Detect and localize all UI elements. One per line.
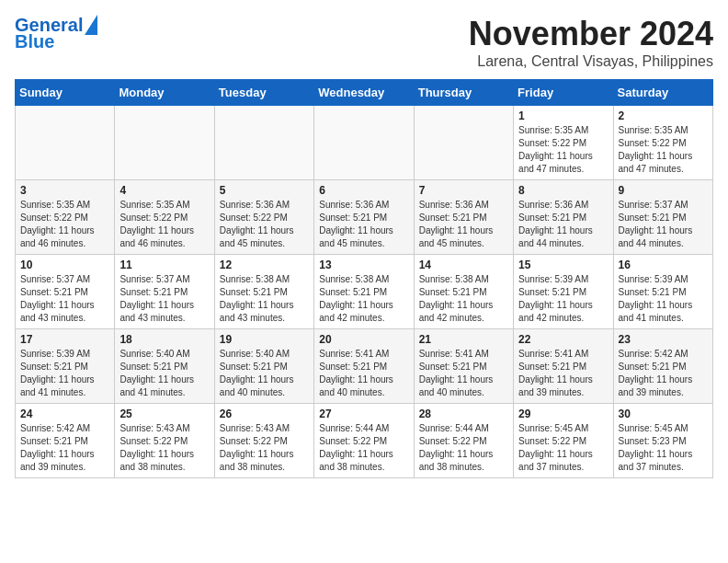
logo-icon <box>85 15 97 35</box>
calendar-day-6: 6Sunrise: 5:36 AM Sunset: 5:21 PM Daylig… <box>314 180 414 255</box>
calendar-day-19: 19Sunrise: 5:40 AM Sunset: 5:21 PM Dayli… <box>214 329 313 404</box>
day-number: 20 <box>319 333 408 346</box>
day-info: Sunrise: 5:36 AM Sunset: 5:21 PM Dayligh… <box>419 199 508 250</box>
day-number: 25 <box>119 408 209 420</box>
weekday-header-sunday: Sunday <box>16 80 115 106</box>
calendar-day-11: 11Sunrise: 5:37 AM Sunset: 5:21 PM Dayli… <box>115 255 214 329</box>
day-number: 9 <box>619 184 708 197</box>
day-info: Sunrise: 5:45 AM Sunset: 5:22 PM Dayligh… <box>518 422 608 474</box>
day-number: 21 <box>419 333 508 346</box>
calendar-day-24: 24Sunrise: 5:42 AM Sunset: 5:21 PM Dayli… <box>16 404 115 478</box>
calendar-day-12: 12Sunrise: 5:38 AM Sunset: 5:21 PM Dayli… <box>214 255 313 329</box>
calendar-empty-cell <box>414 106 513 180</box>
day-number: 23 <box>619 333 708 346</box>
day-info: Sunrise: 5:36 AM Sunset: 5:21 PM Dayligh… <box>518 199 608 250</box>
calendar-day-5: 5Sunrise: 5:36 AM Sunset: 5:22 PM Daylig… <box>214 180 313 255</box>
day-number: 7 <box>419 184 508 197</box>
day-info: Sunrise: 5:43 AM Sunset: 5:22 PM Dayligh… <box>119 422 209 474</box>
calendar-empty-cell <box>314 106 414 180</box>
calendar-day-15: 15Sunrise: 5:39 AM Sunset: 5:21 PM Dayli… <box>514 255 613 329</box>
calendar-day-2: 2Sunrise: 5:35 AM Sunset: 5:22 PM Daylig… <box>613 106 712 180</box>
day-info: Sunrise: 5:35 AM Sunset: 5:22 PM Dayligh… <box>20 199 109 250</box>
calendar-header-row: SundayMondayTuesdayWednesdayThursdayFrid… <box>16 80 713 106</box>
calendar-day-16: 16Sunrise: 5:39 AM Sunset: 5:21 PM Dayli… <box>613 255 712 329</box>
day-info: Sunrise: 5:43 AM Sunset: 5:22 PM Dayligh… <box>220 422 309 474</box>
day-info: Sunrise: 5:45 AM Sunset: 5:23 PM Dayligh… <box>619 422 708 474</box>
day-number: 17 <box>20 333 109 346</box>
weekday-header-saturday: Saturday <box>613 80 712 106</box>
day-info: Sunrise: 5:44 AM Sunset: 5:22 PM Dayligh… <box>319 422 408 474</box>
day-info: Sunrise: 5:40 AM Sunset: 5:21 PM Dayligh… <box>220 348 309 399</box>
calendar-week-row: 3Sunrise: 5:35 AM Sunset: 5:22 PM Daylig… <box>16 180 713 255</box>
calendar-day-10: 10Sunrise: 5:37 AM Sunset: 5:21 PM Dayli… <box>16 255 115 329</box>
day-number: 29 <box>518 408 608 420</box>
calendar-day-4: 4Sunrise: 5:35 AM Sunset: 5:22 PM Daylig… <box>115 180 214 255</box>
day-number: 11 <box>119 259 209 271</box>
day-info: Sunrise: 5:35 AM Sunset: 5:22 PM Dayligh… <box>619 124 708 176</box>
page-header: General Blue November 2024 Larena, Centr… <box>15 15 713 70</box>
day-info: Sunrise: 5:40 AM Sunset: 5:21 PM Dayligh… <box>119 348 209 399</box>
calendar-day-25: 25Sunrise: 5:43 AM Sunset: 5:22 PM Dayli… <box>115 404 214 478</box>
calendar-day-26: 26Sunrise: 5:43 AM Sunset: 5:22 PM Dayli… <box>214 404 313 478</box>
calendar-day-22: 22Sunrise: 5:41 AM Sunset: 5:21 PM Dayli… <box>514 329 613 404</box>
calendar-week-row: 24Sunrise: 5:42 AM Sunset: 5:21 PM Dayli… <box>16 404 713 478</box>
calendar-day-27: 27Sunrise: 5:44 AM Sunset: 5:22 PM Dayli… <box>314 404 414 478</box>
day-number: 13 <box>319 259 408 271</box>
logo: General Blue <box>15 15 97 52</box>
calendar-day-21: 21Sunrise: 5:41 AM Sunset: 5:21 PM Dayli… <box>414 329 513 404</box>
calendar-day-29: 29Sunrise: 5:45 AM Sunset: 5:22 PM Dayli… <box>514 404 613 478</box>
calendar-day-13: 13Sunrise: 5:38 AM Sunset: 5:21 PM Dayli… <box>314 255 414 329</box>
calendar-week-row: 10Sunrise: 5:37 AM Sunset: 5:21 PM Dayli… <box>16 255 713 329</box>
day-info: Sunrise: 5:41 AM Sunset: 5:21 PM Dayligh… <box>419 348 508 399</box>
calendar-day-23: 23Sunrise: 5:42 AM Sunset: 5:21 PM Dayli… <box>613 329 712 404</box>
calendar-empty-cell <box>115 106 214 180</box>
day-number: 30 <box>619 408 708 420</box>
day-number: 28 <box>419 408 508 420</box>
day-info: Sunrise: 5:41 AM Sunset: 5:21 PM Dayligh… <box>319 348 408 399</box>
weekday-header-thursday: Thursday <box>414 80 513 106</box>
weekday-header-tuesday: Tuesday <box>214 80 313 106</box>
day-info: Sunrise: 5:39 AM Sunset: 5:21 PM Dayligh… <box>518 273 608 325</box>
day-number: 19 <box>220 333 309 346</box>
calendar-day-20: 20Sunrise: 5:41 AM Sunset: 5:21 PM Dayli… <box>314 329 414 404</box>
day-number: 4 <box>119 184 209 197</box>
day-info: Sunrise: 5:35 AM Sunset: 5:22 PM Dayligh… <box>119 199 209 250</box>
calendar-day-28: 28Sunrise: 5:44 AM Sunset: 5:22 PM Dayli… <box>414 404 513 478</box>
calendar-week-row: 17Sunrise: 5:39 AM Sunset: 5:21 PM Dayli… <box>16 329 713 404</box>
weekday-header-monday: Monday <box>115 80 214 106</box>
day-info: Sunrise: 5:38 AM Sunset: 5:21 PM Dayligh… <box>220 273 309 325</box>
day-info: Sunrise: 5:41 AM Sunset: 5:21 PM Dayligh… <box>518 348 608 399</box>
day-number: 5 <box>220 184 309 197</box>
day-number: 16 <box>619 259 708 271</box>
day-number: 18 <box>119 333 209 346</box>
calendar-day-9: 9Sunrise: 5:37 AM Sunset: 5:21 PM Daylig… <box>613 180 712 255</box>
calendar-table: SundayMondayTuesdayWednesdayThursdayFrid… <box>15 79 713 478</box>
day-info: Sunrise: 5:39 AM Sunset: 5:21 PM Dayligh… <box>20 348 109 399</box>
weekday-header-wednesday: Wednesday <box>314 80 414 106</box>
day-number: 8 <box>518 184 608 197</box>
title-block: November 2024 Larena, Central Visayas, P… <box>469 15 713 70</box>
day-info: Sunrise: 5:36 AM Sunset: 5:21 PM Dayligh… <box>319 199 408 250</box>
day-number: 14 <box>419 259 508 271</box>
day-info: Sunrise: 5:36 AM Sunset: 5:22 PM Dayligh… <box>220 199 309 250</box>
day-info: Sunrise: 5:38 AM Sunset: 5:21 PM Dayligh… <box>419 273 508 325</box>
day-number: 12 <box>220 259 309 271</box>
day-number: 26 <box>220 408 309 420</box>
day-number: 2 <box>619 109 708 122</box>
day-info: Sunrise: 5:37 AM Sunset: 5:21 PM Dayligh… <box>119 273 209 325</box>
day-info: Sunrise: 5:35 AM Sunset: 5:22 PM Dayligh… <box>518 124 608 176</box>
weekday-header-friday: Friday <box>514 80 613 106</box>
day-number: 3 <box>20 184 109 197</box>
day-info: Sunrise: 5:37 AM Sunset: 5:21 PM Dayligh… <box>619 199 708 250</box>
day-number: 6 <box>319 184 408 197</box>
calendar-day-14: 14Sunrise: 5:38 AM Sunset: 5:21 PM Dayli… <box>414 255 513 329</box>
calendar-day-7: 7Sunrise: 5:36 AM Sunset: 5:21 PM Daylig… <box>414 180 513 255</box>
day-number: 15 <box>518 259 608 271</box>
day-info: Sunrise: 5:38 AM Sunset: 5:21 PM Dayligh… <box>319 273 408 325</box>
day-number: 1 <box>518 109 608 122</box>
day-info: Sunrise: 5:39 AM Sunset: 5:21 PM Dayligh… <box>619 273 708 325</box>
day-info: Sunrise: 5:42 AM Sunset: 5:21 PM Dayligh… <box>20 422 109 474</box>
location-title: Larena, Central Visayas, Philippines <box>469 53 713 70</box>
day-info: Sunrise: 5:44 AM Sunset: 5:22 PM Dayligh… <box>419 422 508 474</box>
calendar-day-17: 17Sunrise: 5:39 AM Sunset: 5:21 PM Dayli… <box>16 329 115 404</box>
